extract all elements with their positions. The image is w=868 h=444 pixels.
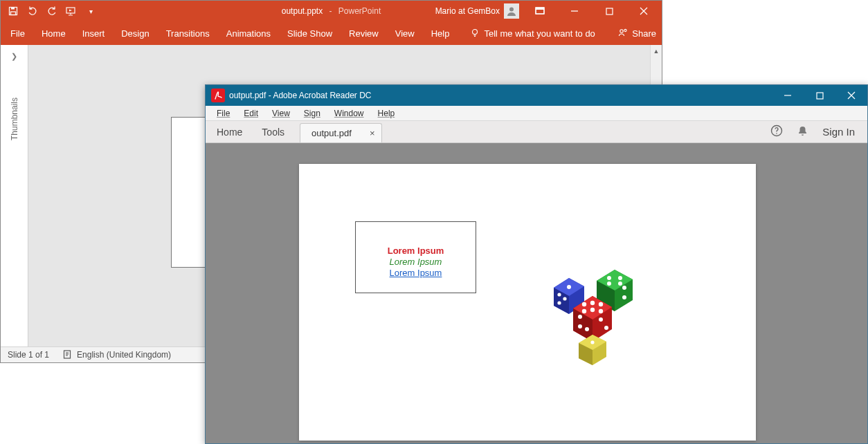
close-tab-icon[interactable]: × xyxy=(370,128,375,138)
svg-point-31 xyxy=(618,281,622,286)
account-user[interactable]: Mario at GemBox xyxy=(435,3,519,19)
svg-point-43 xyxy=(578,324,582,329)
svg-point-34 xyxy=(582,302,586,306)
pdf-text-line3: Lorem Ipsum xyxy=(356,268,476,279)
pdf-textbox: Lorem Ipsum Lorem Ipsum Lorem Ipsum xyxy=(355,221,476,293)
ribbon-tabs: File Home Insert Design Transitions Anim… xyxy=(1,21,662,45)
acrobat-app-icon xyxy=(211,89,225,102)
tab-transitions[interactable]: Transitions xyxy=(166,28,210,39)
close-button[interactable] xyxy=(630,1,658,21)
tab-review[interactable]: Review xyxy=(349,28,379,39)
svg-point-37 xyxy=(582,309,586,313)
acrobat-tabbar: Home Tools output.pdf × Sign In xyxy=(206,121,867,143)
svg-rect-19 xyxy=(817,93,823,99)
lightbulb-icon xyxy=(470,28,480,39)
tell-me-label: Tell me what you want to do xyxy=(484,28,595,39)
menu-file[interactable]: File xyxy=(211,107,235,120)
tab-help[interactable]: Help xyxy=(431,28,450,39)
minimize-button[interactable] xyxy=(561,1,588,21)
svg-point-16 xyxy=(624,29,626,31)
help-icon[interactable] xyxy=(770,124,783,139)
pdf-viewer[interactable]: Lorem Ipsum Lorem Ipsum Lorem Ipsum xyxy=(206,143,867,443)
acrobat-menubar: File Edit View Sign Window Help xyxy=(206,106,867,121)
save-icon[interactable] xyxy=(8,6,19,17)
ribbon-display-options-icon[interactable] xyxy=(526,1,554,21)
qat-overflow-icon[interactable]: ▾ xyxy=(85,6,96,17)
share-label: Share xyxy=(632,28,656,39)
acrobat-title: output.pdf - Adobe Acrobat Reader DC xyxy=(229,91,371,100)
redo-icon[interactable] xyxy=(46,6,57,17)
share-button[interactable]: Share xyxy=(618,28,656,39)
powerpoint-titlebar: ▾ output.pptx - PowerPoint Mario at GemB… xyxy=(1,1,662,21)
tab-view[interactable]: View xyxy=(395,28,415,39)
share-icon xyxy=(618,28,628,39)
svg-point-39 xyxy=(599,309,603,313)
scroll-up-icon[interactable]: ▲ xyxy=(651,45,662,57)
svg-point-12 xyxy=(473,29,478,34)
svg-point-29 xyxy=(618,276,622,280)
avatar-icon xyxy=(504,3,519,19)
svg-point-42 xyxy=(578,315,582,319)
close-button[interactable] xyxy=(835,85,867,106)
quick-access-toolbar: ▾ xyxy=(1,6,96,17)
status-language[interactable]: English (United Kingdom) xyxy=(63,349,171,361)
menu-sign[interactable]: Sign xyxy=(298,107,326,120)
tab-design[interactable]: Design xyxy=(121,28,149,39)
svg-rect-1 xyxy=(11,8,15,10)
menu-window[interactable]: Window xyxy=(329,107,370,120)
status-slide-count: Slide 1 of 1 xyxy=(8,350,49,360)
svg-point-28 xyxy=(607,276,611,280)
dice-image xyxy=(540,257,651,368)
tab-insert[interactable]: Insert xyxy=(82,28,105,39)
tab-file[interactable]: File xyxy=(10,28,25,39)
tab-home[interactable]: Home xyxy=(217,127,242,138)
svg-point-36 xyxy=(599,302,603,306)
acrobat-window: output.pdf - Adobe Acrobat Reader DC Fil… xyxy=(205,84,868,444)
svg-point-40 xyxy=(599,317,603,322)
svg-point-23 xyxy=(776,133,777,134)
title-appname: PowerPoint xyxy=(338,6,381,16)
menu-edit[interactable]: Edit xyxy=(238,107,264,120)
menu-help[interactable]: Help xyxy=(372,107,401,120)
document-tab-label: output.pdf xyxy=(311,128,352,138)
tab-animations[interactable]: Animations xyxy=(226,28,271,39)
tab-home[interactable]: Home xyxy=(42,28,66,39)
user-name: Mario at GemBox xyxy=(435,6,500,16)
menu-view[interactable]: View xyxy=(266,107,296,120)
thumbnails-panel-collapsed[interactable]: ❯ Thumbnails xyxy=(1,45,28,346)
sign-in-button[interactable]: Sign In xyxy=(822,126,855,138)
svg-point-24 xyxy=(567,285,571,289)
maximize-button[interactable] xyxy=(804,85,835,106)
svg-point-26 xyxy=(557,301,561,304)
svg-rect-2 xyxy=(11,12,16,15)
pdf-text-line1: Lorem Ipsum xyxy=(356,246,476,257)
pdf-text-line2: Lorem Ipsum xyxy=(356,257,476,268)
chevron-right-icon[interactable]: ❯ xyxy=(11,52,17,61)
svg-point-27 xyxy=(563,297,566,300)
svg-point-33 xyxy=(622,295,626,299)
svg-point-35 xyxy=(590,301,595,305)
tab-tools[interactable]: Tools xyxy=(262,127,284,138)
svg-point-41 xyxy=(604,326,608,330)
thumbnails-label: Thumbnails xyxy=(10,98,19,140)
svg-point-44 xyxy=(585,327,589,331)
maximize-button[interactable] xyxy=(595,1,623,21)
pdf-page: Lorem Ipsum Lorem Ipsum Lorem Ipsum xyxy=(299,164,756,441)
window-title: output.pptx - PowerPoint xyxy=(282,6,381,16)
svg-point-25 xyxy=(557,293,561,296)
bell-icon[interactable] xyxy=(797,125,808,139)
document-tab[interactable]: output.pdf × xyxy=(300,123,382,142)
acrobat-titlebar: output.pdf - Adobe Acrobat Reader DC xyxy=(206,85,867,106)
svg-point-38 xyxy=(590,308,595,312)
status-language-label: English (United Kingdom) xyxy=(77,350,171,360)
svg-point-32 xyxy=(622,286,626,290)
start-from-beginning-icon[interactable] xyxy=(66,6,77,17)
svg-rect-9 xyxy=(606,8,613,15)
undo-icon[interactable] xyxy=(27,6,38,17)
tell-me[interactable]: Tell me what you want to do xyxy=(470,28,595,39)
spellcheck-icon xyxy=(63,349,73,361)
minimize-button[interactable] xyxy=(772,85,804,106)
title-filename: output.pptx xyxy=(282,6,323,16)
tab-slideshow[interactable]: Slide Show xyxy=(287,28,332,39)
svg-point-30 xyxy=(607,281,611,286)
